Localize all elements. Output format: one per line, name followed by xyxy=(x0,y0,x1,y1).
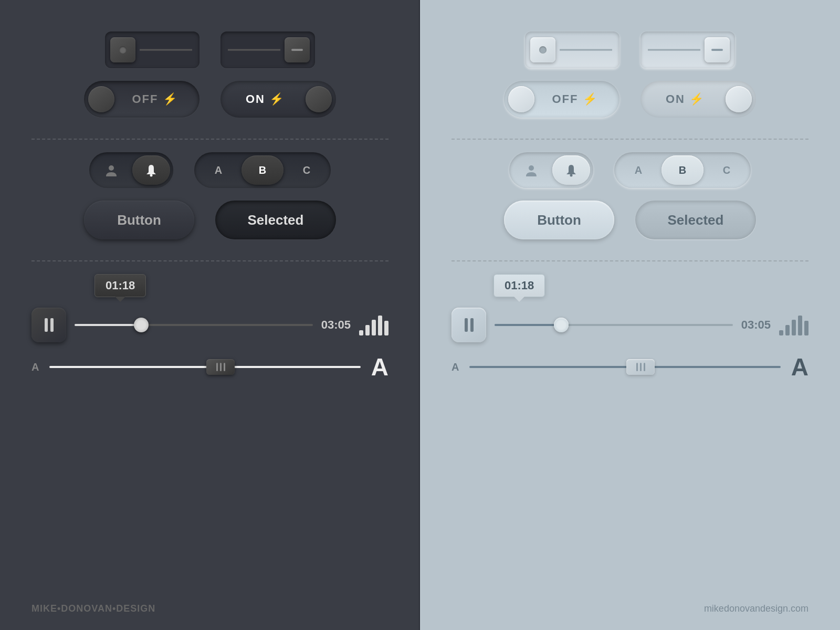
font-slider-dark: A A xyxy=(32,353,388,381)
square-toggle-right-light[interactable] xyxy=(640,32,735,68)
total-time-dark: 03:05 xyxy=(321,318,351,332)
knob-dot-dark xyxy=(119,46,127,54)
vol-bar-5-light xyxy=(804,321,808,335)
vol-bar-3-dark xyxy=(372,320,376,335)
vol-bar-2-light xyxy=(785,325,790,335)
pill-knob-on-light xyxy=(726,86,752,112)
light-panel: OFF ⚡ ON ⚡ xyxy=(420,0,840,630)
vol-bar-2-dark xyxy=(365,325,370,335)
button-selected-dark[interactable]: Selected xyxy=(215,201,336,239)
separator-1-dark xyxy=(32,139,388,140)
button-selected-light[interactable]: Selected xyxy=(635,201,756,239)
player-thumb-dark[interactable] xyxy=(134,318,149,332)
bell-icon-dark xyxy=(144,163,159,177)
track-line-left-light xyxy=(560,49,612,51)
media-section-dark: 01:18 03:05 xyxy=(32,274,388,381)
pill-knob-on-dark xyxy=(306,86,332,112)
thumb-line-1-light xyxy=(636,363,638,371)
track-line-right-light xyxy=(648,49,700,51)
pause-button-light[interactable] xyxy=(452,308,486,342)
lightning-on-dark: ⚡ xyxy=(269,92,285,106)
player-thumb-light[interactable] xyxy=(554,318,569,332)
pill-toggle-off-light[interactable]: OFF ⚡ xyxy=(504,81,620,118)
seg-icon-user-light[interactable] xyxy=(512,155,550,185)
separator-2-dark xyxy=(32,260,388,261)
font-thumb-dark[interactable] xyxy=(206,359,235,375)
thumb-line-3-light xyxy=(644,363,645,371)
pause-bar-1-dark xyxy=(45,318,48,332)
font-large-label-light: A xyxy=(791,353,808,381)
button-normal-light[interactable]: Button xyxy=(504,201,614,239)
pause-bar-2-light xyxy=(470,318,474,332)
tooltip-light: 01:18 xyxy=(494,274,545,297)
vol-bar-3-light xyxy=(792,320,796,335)
button-label-light: Button xyxy=(537,212,581,228)
thumb-line-2-light xyxy=(640,363,642,371)
user-icon-dark xyxy=(104,163,119,177)
knob-dot-light xyxy=(539,46,547,54)
font-track-light[interactable] xyxy=(469,366,780,368)
footer-dark: MIKE•DONOVAN•DESIGN xyxy=(32,603,155,614)
seg-btn-b-light[interactable]: B xyxy=(662,155,704,185)
pill-toggle-row-dark: OFF ⚡ ON ⚡ xyxy=(32,81,388,118)
seg-btn-c-light[interactable]: C xyxy=(706,155,748,185)
thumb-line-1-dark xyxy=(216,363,218,371)
toggle-section-dark: OFF ⚡ ON ⚡ xyxy=(32,32,388,118)
font-large-label-dark: A xyxy=(371,353,388,381)
pause-bar-1-light xyxy=(465,318,468,332)
dark-panel: OFF ⚡ ON ⚡ xyxy=(0,0,420,630)
seg-icons-light xyxy=(509,152,593,188)
font-small-label-light: A xyxy=(452,361,459,373)
seg-btn-a-dark[interactable]: A xyxy=(197,155,239,185)
player-track-dark[interactable] xyxy=(75,324,313,326)
seg-btn-b-dark[interactable]: B xyxy=(242,155,284,185)
square-toggle-right-dark[interactable] xyxy=(220,32,315,68)
volume-bars-dark[interactable] xyxy=(359,314,388,335)
volume-bars-light[interactable] xyxy=(779,314,808,335)
svg-point-1 xyxy=(150,174,153,177)
pause-bar-2-dark xyxy=(50,318,54,332)
pill-toggle-on-light[interactable]: ON ⚡ xyxy=(640,81,756,118)
square-toggle-left-light[interactable] xyxy=(525,32,620,68)
knob-dash-light xyxy=(711,49,723,51)
pill-toggle-off-dark[interactable]: OFF ⚡ xyxy=(84,81,200,118)
off-text-dark: OFF xyxy=(132,92,159,106)
track-line-dark xyxy=(140,49,192,51)
font-thumb-light[interactable] xyxy=(626,359,655,375)
pill-knob-off-dark xyxy=(88,86,114,112)
seg-icon-bell-light[interactable] xyxy=(552,155,590,185)
vol-bar-1-dark xyxy=(359,330,363,335)
font-slider-light: A A xyxy=(452,353,808,381)
pill-label-on-light: ON ⚡ xyxy=(645,92,726,106)
square-toggle-left-dark[interactable] xyxy=(105,32,200,68)
player-track-light[interactable] xyxy=(495,324,733,326)
tooltip-time-light: 01:18 xyxy=(505,279,534,292)
seg-icon-user-dark[interactable] xyxy=(92,155,130,185)
pause-button-dark[interactable] xyxy=(32,308,66,342)
button-label-dark: Button xyxy=(117,212,161,228)
vol-bar-1-light xyxy=(779,330,783,335)
on-text-light: ON xyxy=(666,92,685,106)
pill-label-off-light: OFF ⚡ xyxy=(534,92,615,106)
pause-icon-dark xyxy=(45,318,54,332)
track-line-right-dark xyxy=(228,49,280,51)
seg-btn-a-light[interactable]: A xyxy=(617,155,659,185)
player-row-light: 03:05 xyxy=(452,308,808,342)
lightning-on-light: ⚡ xyxy=(689,92,705,106)
lightning-off-dark: ⚡ xyxy=(163,92,178,106)
footer-text-dark: MIKE•DONOVAN•DESIGN xyxy=(32,603,155,614)
pill-toggle-row-light: OFF ⚡ ON ⚡ xyxy=(452,81,808,118)
knob-dash-dark xyxy=(291,49,303,51)
knob-left-dark xyxy=(110,37,135,62)
toggle-section-light: OFF ⚡ ON ⚡ xyxy=(452,32,808,118)
button-normal-dark[interactable]: Button xyxy=(84,201,194,239)
segmented-section-light: A B C Button Selected xyxy=(452,152,808,239)
seg-icon-bell-dark[interactable] xyxy=(132,155,170,185)
seg-btn-c-dark[interactable]: C xyxy=(286,155,328,185)
pill-toggle-on-dark[interactable]: ON ⚡ xyxy=(220,81,336,118)
seg-letters-light: A B C xyxy=(614,152,751,188)
seg-letters-dark: A B C xyxy=(194,152,331,188)
font-track-dark[interactable] xyxy=(49,366,360,368)
seg-icons-dark xyxy=(89,152,173,188)
tooltip-time-dark: 01:18 xyxy=(106,279,135,292)
